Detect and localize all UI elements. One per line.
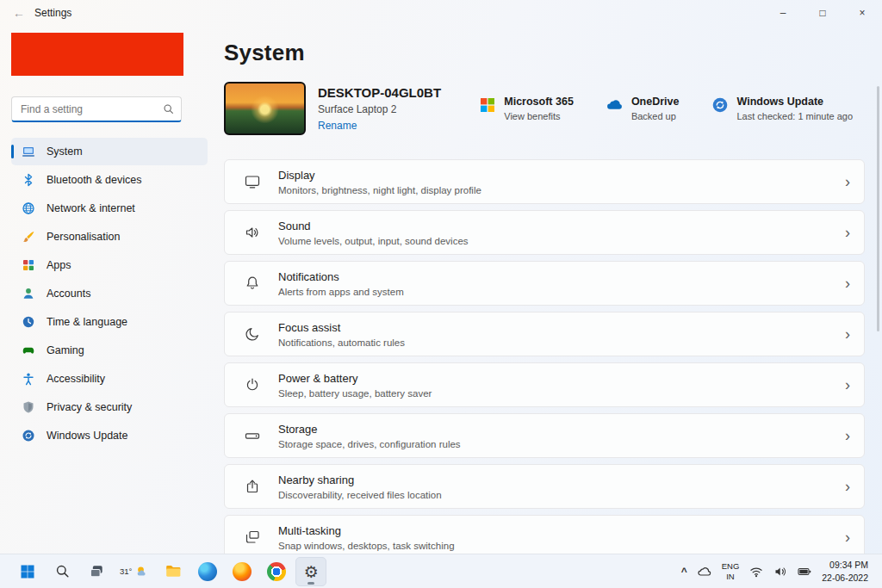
status-subtitle: Backed up (631, 111, 680, 121)
tray-chevron-icon[interactable]: ^ (681, 566, 687, 578)
chrome-icon (267, 562, 286, 581)
edge-button[interactable] (192, 557, 223, 586)
card-onedrive[interactable]: OneDrive Backed up (606, 96, 680, 121)
minimize-button[interactable]: – (763, 0, 803, 26)
status-subtitle[interactable]: View benefits (504, 111, 574, 121)
chevron-right-icon: › (845, 326, 850, 342)
windows-logo-icon (19, 563, 36, 580)
status-title: OneDrive (631, 96, 680, 108)
settings-row-focus-assist[interactable]: Focus assist Notifications, automatic ru… (224, 312, 865, 356)
settings-row-notifications[interactable]: Notifications Alerts from apps and syste… (224, 261, 865, 306)
sidebar-item-label: Gaming (47, 344, 84, 356)
onedrive-tray-icon[interactable] (698, 565, 711, 579)
volume-icon[interactable] (773, 565, 787, 579)
device-info: DESKTOP-04GL0BT Surface Laptop 2 Rename (318, 85, 441, 132)
sidebar-item-time-language[interactable]: Time & language (11, 308, 208, 336)
card-windows-update[interactable]: Windows Update Last checked: 1 minute ag… (711, 96, 853, 121)
chevron-right-icon: › (845, 225, 850, 240)
taskbar-search-button[interactable] (47, 557, 78, 586)
search-box[interactable] (11, 96, 182, 122)
tray-clock[interactable]: 09:34 PM 22-06-2022 (822, 559, 868, 583)
chevron-right-icon: › (845, 377, 850, 393)
device-header: DESKTOP-04GL0BT Surface Laptop 2 Rename … (224, 82, 865, 135)
row-title: Display (278, 169, 481, 182)
onedrive-cloud-icon (606, 96, 624, 114)
folder-icon (165, 562, 183, 580)
sidebar-item-label: Accessibility (47, 373, 105, 385)
chevron-right-icon: › (845, 428, 850, 443)
search-icon[interactable] (163, 103, 174, 115)
row-title: Nearby sharing (278, 473, 442, 486)
app-title: Settings (34, 7, 71, 19)
row-subtitle: Storage space, drives, configuration rul… (278, 439, 461, 449)
system-icon (22, 145, 35, 158)
device-name: DESKTOP-04GL0BT (318, 85, 441, 100)
sidebar-item-label: Apps (47, 259, 71, 271)
weather-temp: 31° (120, 566, 132, 576)
settings-row-storage[interactable]: Storage Storage space, drives, configura… (224, 413, 865, 458)
sidebar-item-apps[interactable]: Apps (11, 251, 208, 279)
edge-icon (198, 562, 217, 581)
settings-row-sound[interactable]: Sound Volume levels, output, input, soun… (224, 210, 865, 255)
sidebar-item-gaming[interactable]: Gaming (11, 337, 208, 364)
close-button[interactable]: × (842, 0, 882, 26)
globe-icon (22, 201, 35, 215)
task-view-icon (88, 563, 105, 580)
rename-link[interactable]: Rename (318, 120, 441, 132)
maximize-button[interactable]: □ (803, 0, 842, 26)
chrome-button[interactable] (261, 557, 292, 586)
file-explorer-button[interactable] (158, 557, 189, 586)
sidebar-item-network-internet[interactable]: Network & internet (11, 195, 208, 222)
taskbar: 31° ⚙ ^ ENG IN (0, 554, 882, 588)
row-title: Focus assist (278, 321, 405, 334)
storage-icon (244, 427, 261, 444)
row-subtitle: Volume levels, output, input, sound devi… (278, 236, 469, 246)
update-icon (22, 429, 35, 443)
bluetooth-icon (22, 173, 35, 187)
sidebar-item-system[interactable]: System (11, 138, 208, 165)
task-view-button[interactable] (81, 557, 112, 586)
settings-row-multi-tasking[interactable]: Multi-tasking Snap windows, desktops, ta… (224, 515, 865, 554)
clock-icon (22, 315, 35, 329)
sidebar-item-label: Windows Update (47, 430, 128, 442)
language-indicator[interactable]: ENG IN (722, 561, 740, 582)
settings-taskbar-button[interactable]: ⚙ (295, 557, 326, 586)
page-title: System (224, 40, 865, 66)
moon-icon (244, 325, 261, 343)
sidebar: System Bluetooth & devices Network & int… (0, 26, 217, 554)
wifi-icon[interactable] (749, 565, 763, 579)
redacted-account-block (11, 33, 183, 76)
taskbar-apps: 31° ⚙ (12, 557, 326, 586)
sound-icon (244, 224, 261, 241)
sidebar-item-windows-update[interactable]: Windows Update (11, 422, 208, 449)
tray-time: 09:34 PM (822, 559, 868, 571)
settings-row-power-battery[interactable]: Power & battery Sleep, battery usage, ba… (224, 362, 865, 407)
back-icon[interactable]: ← (10, 4, 28, 22)
titlebar: ← Settings – □ × (0, 0, 882, 26)
search-input[interactable] (21, 103, 163, 115)
settings-row-nearby-sharing[interactable]: Nearby sharing Discoverability, received… (224, 464, 865, 509)
sidebar-item-accessibility[interactable]: Accessibility (11, 365, 208, 393)
row-title: Storage (278, 423, 461, 436)
language-code: ENG (722, 561, 740, 572)
main-content: System DESKTOP-04GL0BT Surface Laptop 2 … (222, 26, 882, 554)
gear-icon: ⚙ (304, 562, 319, 581)
sidebar-item-personalisation[interactable]: Personalisation (11, 223, 208, 251)
sidebar-item-accounts[interactable]: Accounts (11, 280, 208, 307)
row-subtitle: Alerts from apps and system (278, 287, 404, 297)
chevron-right-icon: › (845, 275, 850, 291)
scrollbar[interactable] (877, 86, 879, 331)
power-icon (244, 376, 261, 393)
sidebar-item-privacy-security[interactable]: Privacy & security (11, 393, 208, 421)
status-title: Windows Update (736, 96, 853, 108)
settings-row-display[interactable]: Display Monitors, brightness, night ligh… (224, 159, 865, 204)
card-microsoft-365[interactable]: Microsoft 365 View benefits (479, 96, 574, 121)
battery-icon[interactable] (798, 565, 811, 579)
row-subtitle: Discoverability, received files location (278, 490, 442, 500)
widgets-button[interactable]: 31° (115, 557, 154, 586)
region-code: IN (722, 572, 740, 582)
start-button[interactable] (12, 557, 43, 586)
row-subtitle: Snap windows, desktops, task switching (278, 541, 455, 551)
firefox-button[interactable] (227, 557, 258, 586)
sidebar-item-bluetooth-devices[interactable]: Bluetooth & devices (11, 166, 208, 194)
